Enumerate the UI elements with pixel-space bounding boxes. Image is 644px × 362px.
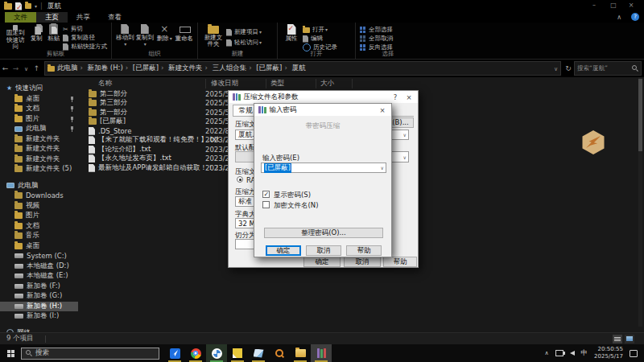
forward-button[interactable] bbox=[10, 64, 21, 72]
breadcrumb-item[interactable]: 新建文件夹 bbox=[161, 64, 203, 73]
sidebar-item-new-folder[interactable]: 新建文件夹 bbox=[0, 134, 78, 145]
select-all-button[interactable]: 全部选择 bbox=[360, 26, 393, 34]
new-folder-button[interactable]: 新建文件夹 bbox=[202, 24, 225, 50]
password-dialog-titlebar[interactable]: 输入密码 bbox=[254, 104, 391, 116]
copy-to-button[interactable]: 复制到 bbox=[136, 24, 155, 50]
sidebar-item-music[interactable]: 音乐 bbox=[0, 231, 78, 241]
qat-properties-icon[interactable] bbox=[15, 2, 22, 10]
breadcrumb-item[interactable]: [已屏蔽] bbox=[249, 64, 282, 73]
taskbar-app-explorer[interactable] bbox=[290, 344, 311, 362]
clock[interactable]: 20:50:55 2025/5/17 bbox=[594, 346, 623, 360]
taskbar-app-documents[interactable] bbox=[248, 344, 269, 362]
search-input[interactable]: 搜索“厦航” bbox=[574, 61, 642, 76]
sidebar-item-new-folder[interactable]: 新建文件夹 bbox=[0, 144, 78, 154]
cancel-button[interactable]: 取消 bbox=[344, 257, 381, 267]
view-thumbnails-button[interactable] bbox=[625, 335, 634, 343]
sidebar-item-drive-f[interactable]: 新加卷 (F:) bbox=[0, 282, 78, 292]
ime-indicator[interactable]: 中 bbox=[581, 348, 588, 358]
sidebar-item-downloads[interactable]: Downloads bbox=[0, 191, 78, 201]
column-header-name[interactable]: 名称 bbox=[98, 79, 112, 88]
tab-share[interactable]: 共享 bbox=[68, 12, 99, 23]
breadcrumb-item[interactable]: 三人组合集 bbox=[205, 64, 247, 73]
sidebar-item-drive-i[interactable]: 新加卷 (I:) bbox=[0, 311, 78, 322]
properties-button[interactable]: 属性 bbox=[282, 24, 301, 50]
open-button[interactable]: 打开 bbox=[303, 26, 337, 34]
dialog-close-icon[interactable] bbox=[404, 93, 414, 101]
paste-button[interactable]: 粘贴 bbox=[46, 24, 61, 50]
maximize-button[interactable] bbox=[605, 1, 621, 10]
archive-dialog-titlebar[interactable]: 压缩文件名和参数 bbox=[229, 91, 418, 103]
window-titlebar[interactable]: ▾ | 厦航 bbox=[0, 0, 644, 12]
ribbon-help-icon[interactable]: ? bbox=[631, 13, 639, 21]
sidebar-item-pictures-pc[interactable]: 图片 bbox=[0, 211, 78, 221]
close-button[interactable] bbox=[623, 1, 639, 10]
ribbon-collapse-icon[interactable] bbox=[617, 13, 621, 21]
tab-home[interactable]: 主页 bbox=[36, 12, 68, 23]
view-details-button[interactable] bbox=[613, 335, 622, 343]
tab-view[interactable]: 查看 bbox=[99, 12, 130, 23]
copy-button[interactable]: 复制 bbox=[29, 24, 44, 50]
password-input[interactable]: [已屏蔽] bbox=[261, 162, 386, 173]
taskbar-app-search-tool[interactable] bbox=[269, 344, 290, 362]
qat-dropdown-icon[interactable]: ▾ bbox=[35, 3, 37, 9]
new-item-button[interactable]: 新建项目 bbox=[226, 27, 262, 37]
easy-access-button[interactable]: 轻松访问 bbox=[226, 38, 262, 47]
dialog-help-icon[interactable] bbox=[391, 93, 399, 101]
taskbar-app-note[interactable] bbox=[227, 344, 248, 362]
sidebar-item-this-pc[interactable]: 此电脑 bbox=[0, 124, 78, 134]
sidebar-item-videos[interactable]: 视频 bbox=[0, 201, 78, 212]
cut-button[interactable]: 剪切 bbox=[63, 25, 107, 33]
column-header-type[interactable]: 类型 bbox=[270, 79, 284, 88]
rename-button[interactable]: 重命名 bbox=[175, 24, 194, 50]
edit-button[interactable]: 编辑 bbox=[303, 35, 337, 43]
taskbar-search[interactable]: 搜索 bbox=[21, 348, 159, 360]
cancel-button[interactable]: 取消 bbox=[306, 245, 341, 256]
rar-radio[interactable] bbox=[237, 176, 243, 183]
show-password-checkbox[interactable] bbox=[262, 191, 270, 198]
sidebar-item-pictures[interactable]: 图片 bbox=[0, 114, 78, 125]
sidebar-item-drive-d[interactable]: 本地磁盘 (D:) bbox=[0, 261, 78, 272]
sidebar-item-desktop[interactable]: 桌面 bbox=[0, 94, 78, 105]
sidebar-item-drive-h[interactable]: 新加卷 (H:) bbox=[0, 302, 78, 312]
taskbar-app-winrar[interactable] bbox=[311, 344, 332, 362]
sidebar-item-new-folder[interactable]: 新建文件夹 bbox=[0, 154, 78, 165]
dialog-close-icon[interactable] bbox=[378, 106, 387, 114]
sidebar-section-quick-access[interactable]: 快速访问 bbox=[0, 84, 78, 94]
breadcrumb[interactable]: 此电脑 新加卷 (H:) [已屏蔽] 新建文件夹 三人组合集 [已屏蔽] 厦航 bbox=[44, 61, 561, 76]
breadcrumb-item[interactable]: 新加卷 (H:) bbox=[80, 64, 123, 73]
pin-to-quick-access-button[interactable]: 固定到快速访问 bbox=[4, 24, 27, 50]
help-button[interactable]: 帮助 bbox=[346, 245, 382, 256]
move-to-button[interactable]: 移动到 bbox=[116, 24, 134, 50]
select-none-button[interactable]: 全部取消 bbox=[360, 35, 393, 43]
ok-button[interactable]: 确定 bbox=[303, 257, 341, 267]
column-header-date[interactable]: 修改日期 bbox=[211, 79, 238, 88]
ok-button[interactable]: 确定 bbox=[266, 245, 301, 256]
sidebar-item-documents-pc[interactable]: 文档 bbox=[0, 221, 78, 232]
taskbar-app-thunder[interactable] bbox=[164, 344, 185, 362]
taskbar-app-chrome[interactable] bbox=[185, 344, 206, 362]
refresh-icon[interactable] bbox=[563, 64, 574, 72]
recent-locations-icon[interactable] bbox=[21, 64, 31, 72]
breadcrumb-item[interactable]: [已屏蔽] bbox=[126, 64, 159, 73]
password-dialog[interactable]: 输入密码 带密码压缩 输入密码(E) [已屏蔽] 显示密码(S) 加密文件名(N… bbox=[254, 103, 392, 257]
qat-new-folder-icon[interactable] bbox=[25, 3, 31, 9]
tray-expand-icon[interactable] bbox=[544, 350, 548, 356]
breadcrumb-item[interactable]: 厦航 bbox=[284, 64, 305, 73]
help-button[interactable]: 帮助 bbox=[383, 257, 417, 267]
back-button[interactable] bbox=[0, 64, 10, 72]
minimize-button[interactable] bbox=[586, 1, 602, 10]
address-dropdown-icon[interactable] bbox=[554, 64, 558, 72]
start-button[interactable] bbox=[0, 344, 21, 362]
encrypt-names-checkbox[interactable] bbox=[262, 201, 270, 208]
copy-path-button[interactable]: 复制路径 bbox=[63, 34, 107, 42]
volume-icon[interactable] bbox=[570, 351, 575, 356]
action-center-icon[interactable] bbox=[630, 350, 638, 357]
sidebar-item-new-folder-5[interactable]: 新建文件夹 (5) bbox=[0, 164, 78, 175]
sidebar-item-desktop-pc[interactable]: 桌面 bbox=[0, 241, 78, 252]
sidebar-section-this-pc[interactable]: 此电脑 bbox=[0, 181, 78, 191]
sidebar-item-drive-e[interactable]: 本地磁盘 (E:) bbox=[0, 271, 78, 282]
column-header-size[interactable]: 大小 bbox=[320, 79, 334, 88]
tab-file[interactable]: 文件 bbox=[5, 12, 36, 23]
scrollbar[interactable] bbox=[638, 77, 642, 327]
taskbar-app-active[interactable] bbox=[206, 344, 227, 362]
